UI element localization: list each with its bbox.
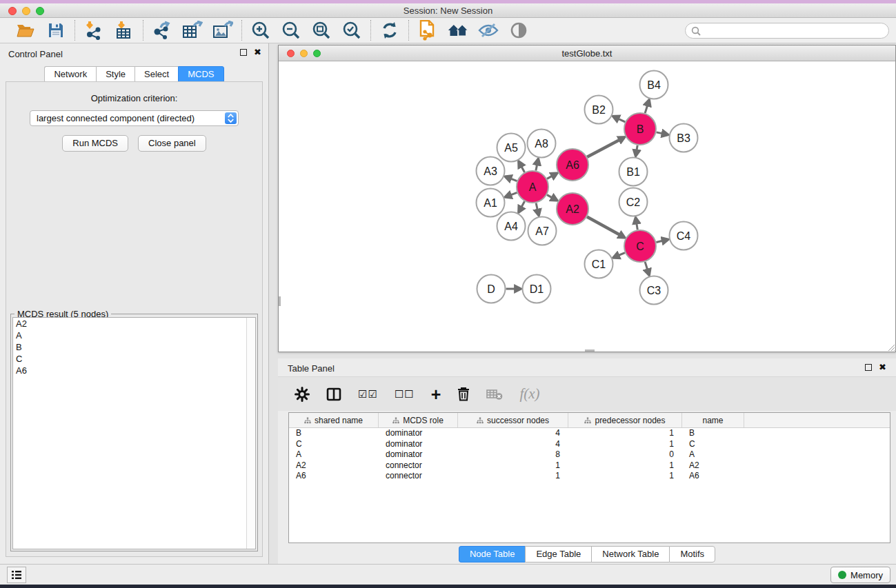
import-table-icon[interactable] <box>114 20 135 41</box>
split-view-icon[interactable] <box>326 387 341 401</box>
vertical-scroll-thumb[interactable] <box>279 296 281 306</box>
node-A6[interactable]: A6 <box>557 149 588 181</box>
zoom-selected-icon[interactable] <box>341 20 362 41</box>
refresh-layout-icon[interactable] <box>379 20 400 41</box>
mcds-result-list[interactable]: A2ABCA6 <box>12 317 256 549</box>
horizontal-scroll-thumb[interactable] <box>585 349 595 352</box>
node-A1[interactable]: A1 <box>477 189 505 217</box>
import-network-icon[interactable] <box>83 20 104 41</box>
column-header-MCDS-role[interactable]: MCDS role <box>379 413 458 427</box>
tab-mcds[interactable]: MCDS <box>178 66 223 83</box>
close-panel-button[interactable]: Close panel <box>138 135 206 152</box>
edge-A2-C[interactable] <box>587 217 619 235</box>
float-icon[interactable] <box>865 364 872 371</box>
open-session-icon[interactable] <box>15 20 36 41</box>
mcds-result-item[interactable]: A2 <box>13 318 255 330</box>
edge-C-C1[interactable] <box>619 253 625 256</box>
zoom-in-icon[interactable] <box>250 20 271 41</box>
column-header-name[interactable]: name <box>682 413 744 427</box>
node-D[interactable]: D <box>477 275 506 303</box>
tab-edge-table[interactable]: Edge Table <box>525 546 591 562</box>
column-header-predecessor-nodes[interactable]: predecessor nodes <box>568 413 682 427</box>
edge-C-C2[interactable] <box>637 223 637 230</box>
zoom-fit-icon[interactable] <box>311 20 332 41</box>
edge-C-C4[interactable] <box>656 241 662 242</box>
node-C1[interactable]: C1 <box>585 250 613 278</box>
tab-select[interactable]: Select <box>135 66 178 83</box>
edge-C-C3[interactable] <box>645 262 647 270</box>
tab-node-table[interactable]: Node Table <box>459 546 526 562</box>
table-row[interactable]: Cdominator41C <box>289 439 890 450</box>
edge-A6-B[interactable] <box>587 140 619 157</box>
edge-A-A8[interactable] <box>536 165 537 171</box>
home-icon[interactable] <box>448 20 468 41</box>
save-session-icon[interactable] <box>46 20 66 41</box>
task-history-button[interactable] <box>7 567 26 583</box>
node-C3[interactable]: C3 <box>640 276 668 305</box>
edge-B-B3[interactable] <box>657 132 663 134</box>
mcds-result-item[interactable]: A <box>13 330 255 341</box>
node-A7[interactable]: A7 <box>528 217 557 245</box>
scrollbar[interactable] <box>246 318 255 549</box>
tab-style[interactable]: Style <box>96 66 135 83</box>
float-icon[interactable] <box>240 49 247 56</box>
export-network-icon[interactable] <box>152 20 172 41</box>
add-column-icon[interactable]: + <box>431 387 441 401</box>
node-B3[interactable]: B3 <box>670 124 698 152</box>
delete-table-icon[interactable] <box>486 388 503 401</box>
table-settings-icon[interactable] <box>295 387 310 402</box>
select-all-columns-icon[interactable]: ☑☑ <box>358 388 378 401</box>
node-B2[interactable]: B2 <box>585 96 613 124</box>
node-B1[interactable]: B1 <box>619 158 648 186</box>
new-network-from-selection-icon[interactable] <box>417 20 438 41</box>
mcds-result-item[interactable]: C <box>13 353 255 365</box>
hide-details-icon[interactable] <box>478 20 499 41</box>
edge-A-A7[interactable] <box>536 203 537 210</box>
edge-B-B2[interactable] <box>619 119 626 122</box>
node-C[interactable]: C <box>624 230 656 262</box>
close-icon[interactable]: ✖ <box>879 364 886 371</box>
close-icon[interactable]: ✖ <box>254 49 261 56</box>
node-B4[interactable]: B4 <box>640 71 668 99</box>
tab-motifs[interactable]: Motifs <box>669 546 715 562</box>
node-A3[interactable]: A3 <box>477 157 505 185</box>
table-row[interactable]: A6connector11A6 <box>289 471 890 482</box>
table-row[interactable]: Adominator80A <box>289 449 890 460</box>
export-image-icon[interactable] <box>212 20 233 41</box>
edge-B-B4[interactable] <box>645 105 647 113</box>
export-table-icon[interactable] <box>182 20 203 41</box>
edge-A-A4[interactable] <box>521 201 524 207</box>
run-mcds-button[interactable]: Run MCDS <box>62 135 128 152</box>
network-graph[interactable]: B4B2BB3A8A5A6A3B1AC2A1A2A4A7C4CC1DD1C3 <box>279 61 895 352</box>
network-canvas[interactable]: B4B2BB3A8A5A6A3B1AC2A1A2A4A7C4CC1DD1C3 <box>279 61 895 352</box>
node-C4[interactable]: C4 <box>670 222 698 250</box>
node-A5[interactable]: A5 <box>497 134 526 162</box>
edge-A-A2[interactable] <box>547 195 552 198</box>
zoom-out-icon[interactable] <box>281 20 301 41</box>
tab-network-table[interactable]: Network Table <box>591 546 669 562</box>
mcds-result-item[interactable]: A6 <box>13 365 255 376</box>
memory-button[interactable]: Memory <box>830 567 890 583</box>
edge-B-B1[interactable] <box>637 145 637 150</box>
node-A4[interactable]: A4 <box>497 212 526 241</box>
network-window-titlebar[interactable]: testGlobe.txt <box>279 45 895 61</box>
node-A[interactable]: A <box>517 171 548 203</box>
node-D1[interactable]: D1 <box>523 275 551 303</box>
edge-A-A5[interactable] <box>521 167 524 172</box>
column-header-shared-name[interactable]: shared name <box>289 413 379 427</box>
column-header-successor-nodes[interactable]: successor nodes <box>458 413 568 427</box>
function-builder-icon[interactable]: f(x) <box>519 385 539 403</box>
unselect-all-columns-icon[interactable]: ☐☐ <box>395 388 415 401</box>
node-A8[interactable]: A8 <box>528 130 556 158</box>
table-row[interactable]: Bdominator41B <box>289 428 890 439</box>
mcds-result-item[interactable]: B <box>13 341 255 353</box>
edge-A-A6[interactable] <box>547 176 552 179</box>
show-details-icon[interactable] <box>508 20 529 41</box>
node-A2[interactable]: A2 <box>557 193 588 225</box>
edge-A-A1[interactable] <box>510 192 517 194</box>
resize-grip-icon[interactable] <box>887 343 895 352</box>
edge-A-A3[interactable] <box>510 179 517 181</box>
search-input[interactable] <box>685 23 889 39</box>
node-B[interactable]: B <box>624 113 656 145</box>
tab-network[interactable]: Network <box>44 66 96 83</box>
